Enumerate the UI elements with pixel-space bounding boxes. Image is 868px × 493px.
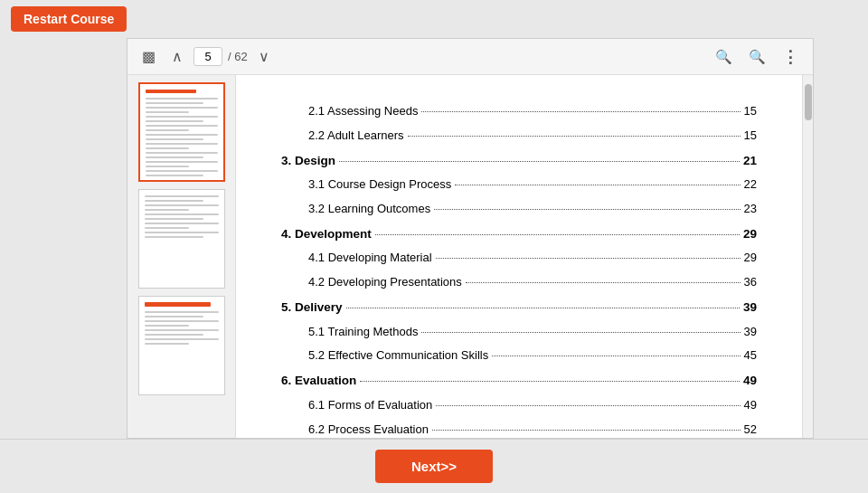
page-total: / 62	[228, 50, 248, 63]
top-bar: Restart Course	[0, 0, 868, 38]
toc-page-number: 29	[744, 249, 757, 268]
toc-dots	[466, 282, 741, 283]
toc-entry: 6.1 Forms of Evaluation49	[281, 396, 757, 415]
toc-page-number: 23	[744, 200, 757, 219]
toc-dots	[346, 308, 740, 308]
toc-dots	[339, 161, 740, 162]
toc-label: 6.1 Forms of Evaluation	[308, 396, 432, 415]
zoom-out-icon: 🔍	[715, 49, 732, 65]
toc-dots	[455, 185, 740, 185]
toc-entry: 3. Design21	[281, 151, 757, 171]
pdf-content: 2.1 Assessing Needs152.2 Adult Learners1…	[127, 75, 813, 438]
toc-page-number: 49	[743, 371, 757, 391]
toc-dots	[375, 234, 740, 235]
toc-label: 5.1 Training Methods	[308, 323, 418, 342]
sidebar-icon: ▩	[142, 48, 156, 65]
toc-entry: 4. Development29	[281, 224, 757, 244]
toc-dots	[434, 209, 740, 210]
toc-label: 4.2 Developing Presentations	[308, 273, 462, 292]
chevron-up-icon: ∧	[172, 48, 183, 65]
toc-page-number: 39	[743, 298, 757, 318]
toc-dots	[408, 136, 741, 137]
toc-label: 6.2 Process Evaluation	[308, 421, 429, 438]
toc-label: 4.1 Developing Material	[308, 249, 432, 268]
scroll-thumb	[805, 84, 812, 120]
page-number-input[interactable]	[193, 47, 222, 66]
pdf-toolbar: ▩ ∧ / 62 ∨ 🔍 🔍 ⋮	[127, 39, 813, 75]
toc-entry: 6.2 Process Evaluation52	[281, 421, 757, 438]
toc-entry: 2.2 Adult Learners15	[281, 127, 757, 146]
toc-page-number: 29	[743, 224, 757, 244]
toc-dots	[492, 356, 740, 356]
toc-page-number: 21	[743, 151, 757, 171]
toc-page-number: 39	[744, 323, 757, 342]
toc-page-number: 52	[744, 421, 757, 438]
toc-entry: 2.1 Assessing Needs15	[281, 102, 757, 121]
toc-dots	[421, 111, 740, 112]
toc-label: 3. Design	[281, 151, 335, 171]
toc-label: 2.1 Assessing Needs	[308, 102, 418, 121]
pdf-page-content: 2.1 Assessing Needs152.2 Adult Learners1…	[236, 75, 802, 438]
toc-entry: 5. Delivery39	[281, 298, 757, 318]
next-button[interactable]: Next>>	[375, 450, 493, 483]
thumbnail-1[interactable]	[138, 82, 225, 182]
thumbnail-2[interactable]	[138, 189, 225, 289]
toc-page-number: 15	[744, 102, 757, 121]
toc-dots	[436, 405, 740, 406]
sidebar-toggle-button[interactable]: ▩	[137, 44, 161, 69]
next-page-button[interactable]: ∨	[253, 44, 275, 69]
right-scrollbar[interactable]	[802, 75, 813, 438]
toc-label: 4. Development	[281, 224, 372, 244]
chevron-down-icon: ∨	[259, 48, 269, 65]
toc-dots	[436, 258, 741, 259]
toc-dots	[360, 381, 740, 382]
toc-label: 3.1 Course Design Process	[308, 175, 451, 194]
toc-page-number: 45	[744, 346, 757, 365]
prev-page-button[interactable]: ∧	[166, 44, 188, 69]
toc-label: 3.2 Learning Outcomes	[308, 200, 430, 219]
toc-dots	[421, 332, 740, 333]
restart-button[interactable]: Restart Course	[11, 6, 127, 32]
more-icon: ⋮	[782, 47, 798, 67]
toc-entry: 6. Evaluation49	[281, 371, 757, 391]
bottom-navigation: Next>>	[0, 439, 868, 493]
toc-label: 5. Delivery	[281, 298, 343, 318]
toc-label: 6. Evaluation	[281, 371, 356, 391]
zoom-in-icon: 🔍	[749, 49, 766, 65]
toc-page-number: 22	[744, 175, 757, 194]
zoom-out-button[interactable]: 🔍	[710, 45, 738, 69]
more-options-button[interactable]: ⋮	[777, 43, 804, 71]
toc-entry: 3.1 Course Design Process22	[281, 175, 757, 194]
thumbnail-3[interactable]	[138, 296, 225, 395]
toc-entry: 4.2 Developing Presentations36	[281, 273, 757, 292]
toc-label: 5.2 Effective Communication Skills	[308, 346, 488, 365]
pdf-sidebar	[127, 75, 236, 438]
toc-dots	[432, 430, 741, 431]
toc-page-number: 49	[744, 396, 757, 415]
toc-entry: 5.2 Effective Communication Skills45	[281, 346, 757, 365]
toc-entry: 3.2 Learning Outcomes23	[281, 200, 757, 219]
toc-page-number: 36	[744, 273, 757, 292]
toc-label: 2.2 Adult Learners	[308, 127, 404, 146]
toc-page-number: 15	[744, 127, 757, 146]
pdf-viewer: ▩ ∧ / 62 ∨ 🔍 🔍 ⋮	[127, 38, 814, 439]
zoom-in-button[interactable]: 🔍	[743, 45, 771, 69]
toc-entry: 5.1 Training Methods39	[281, 323, 757, 342]
toc-entry: 4.1 Developing Material29	[281, 249, 757, 268]
